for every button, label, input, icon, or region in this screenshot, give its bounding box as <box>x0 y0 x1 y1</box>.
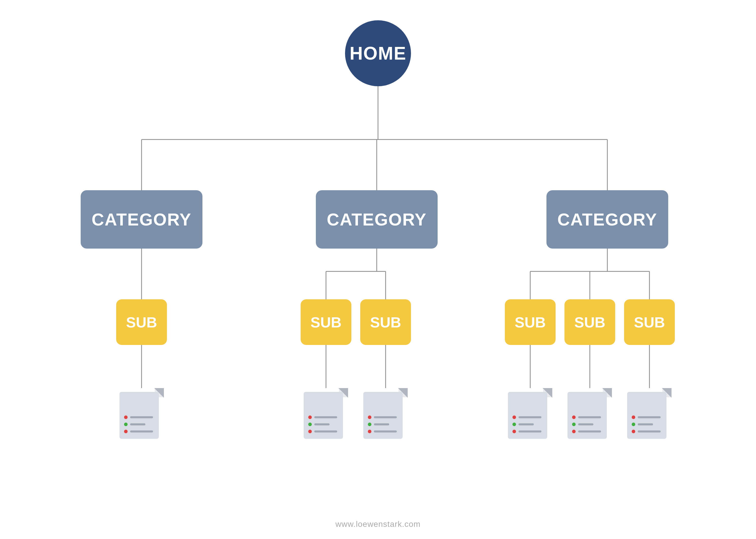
doc-line-bar <box>638 416 661 418</box>
doc-dot-red <box>632 416 635 419</box>
doc-line <box>308 423 337 426</box>
doc-dot-red <box>368 416 371 419</box>
doc-line-bar <box>578 416 601 418</box>
doc-dot-red <box>368 430 371 433</box>
doc-line-bar <box>374 416 397 418</box>
doc-line <box>572 430 601 433</box>
doc-line <box>368 430 397 433</box>
category-2-label: CATEGORY <box>327 209 427 229</box>
doc-lines <box>632 416 661 433</box>
doc-line-bar <box>130 430 153 432</box>
doc-lines <box>308 416 337 433</box>
doc-line-bar <box>314 416 337 418</box>
doc-shape-1-1 <box>119 388 164 439</box>
doc-line <box>632 430 661 433</box>
doc-fold-icon <box>602 388 612 398</box>
category-node-1[interactable]: CATEGORY <box>81 190 202 249</box>
doc-shape-3-3 <box>627 388 671 439</box>
watermark: www.loewenstark.com <box>336 519 420 529</box>
doc-line <box>124 423 153 426</box>
doc-node-1-1 <box>119 388 164 439</box>
category-node-2[interactable]: CATEGORY <box>316 190 438 249</box>
doc-fold-icon <box>339 388 348 398</box>
doc-line-bar <box>130 416 153 418</box>
doc-dot-red <box>512 430 516 433</box>
doc-node-3-1 <box>508 388 552 439</box>
doc-shape-3-2 <box>567 388 612 439</box>
doc-line <box>124 416 153 419</box>
category-3-label: CATEGORY <box>557 209 657 229</box>
doc-line-bar <box>578 430 601 432</box>
doc-line-bar-short <box>130 424 145 425</box>
doc-dot-green <box>572 423 575 426</box>
doc-line <box>572 423 601 426</box>
doc-fold-icon <box>398 388 408 398</box>
sub-3-2-label: SUB <box>574 314 605 331</box>
sub-node-2-1[interactable]: SUB <box>301 299 351 345</box>
doc-lines <box>368 416 397 433</box>
doc-line-bar-short <box>638 424 653 425</box>
doc-dot-red <box>572 416 575 419</box>
doc-dot-red <box>572 430 575 433</box>
doc-line <box>308 430 337 433</box>
doc-node-2-1 <box>304 388 348 439</box>
sub-2-2-label: SUB <box>370 314 401 331</box>
doc-line-bar-short <box>314 424 330 425</box>
sub-3-3-label: SUB <box>634 314 665 331</box>
sub-2-1-label: SUB <box>311 314 341 331</box>
doc-line-bar <box>638 430 661 432</box>
sub-1-1-label: SUB <box>126 314 157 331</box>
doc-line-bar-short <box>518 424 534 425</box>
doc-line-bar-short <box>374 424 389 425</box>
doc-line <box>512 423 541 426</box>
sub-3-1-label: SUB <box>515 314 546 331</box>
sub-node-3-1[interactable]: SUB <box>505 299 556 345</box>
doc-dot-red <box>124 416 128 419</box>
doc-line-bar <box>314 430 337 432</box>
doc-dot-green <box>124 423 128 426</box>
doc-shape-2-1 <box>304 388 348 439</box>
doc-line-bar <box>518 430 541 432</box>
doc-line-bar-short <box>578 424 593 425</box>
doc-dot-green <box>512 423 516 426</box>
doc-dot-green <box>308 423 312 426</box>
doc-lines <box>512 416 541 433</box>
doc-dot-red <box>632 430 635 433</box>
doc-lines <box>124 416 153 433</box>
doc-line-bar <box>374 430 397 432</box>
doc-fold-icon <box>154 388 164 398</box>
doc-shape-3-1 <box>508 388 552 439</box>
category-1-label: CATEGORY <box>92 209 191 229</box>
doc-dot-red <box>308 416 312 419</box>
doc-line <box>512 430 541 433</box>
doc-line <box>632 423 661 426</box>
doc-shape-2-2 <box>363 388 408 439</box>
sub-node-1-1[interactable]: SUB <box>116 299 167 345</box>
doc-node-3-3 <box>627 388 671 439</box>
doc-fold-icon <box>543 388 552 398</box>
doc-line <box>368 423 397 426</box>
sub-node-3-3[interactable]: SUB <box>624 299 675 345</box>
doc-dot-green <box>632 423 635 426</box>
doc-fold-icon <box>662 388 671 398</box>
category-node-3[interactable]: CATEGORY <box>547 190 668 249</box>
doc-line-bar <box>518 416 541 418</box>
doc-line <box>632 416 661 419</box>
sub-node-3-2[interactable]: SUB <box>565 299 615 345</box>
sub-node-2-2[interactable]: SUB <box>360 299 411 345</box>
doc-line <box>572 416 601 419</box>
diagram-container: HOME CATEGORY CATEGORY CATEGORY SUB SUB … <box>0 0 756 539</box>
doc-line <box>512 416 541 419</box>
doc-line <box>124 430 153 433</box>
home-label: HOME <box>349 43 407 64</box>
home-node[interactable]: HOME <box>345 20 411 86</box>
doc-dot-red <box>124 430 128 433</box>
doc-dot-red <box>512 416 516 419</box>
doc-lines <box>572 416 601 433</box>
doc-line <box>368 416 397 419</box>
doc-node-3-2 <box>567 388 612 439</box>
doc-node-2-2 <box>363 388 408 439</box>
doc-dot-green <box>368 423 371 426</box>
doc-dot-red <box>308 430 312 433</box>
doc-line <box>308 416 337 419</box>
